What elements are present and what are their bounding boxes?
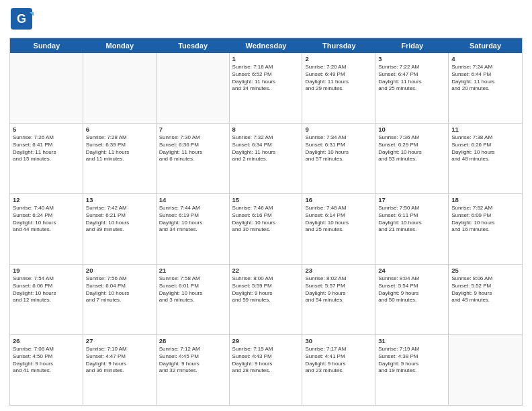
cell-info: Sunrise: 7:22 AM Sunset: 6:47 PM Dayligh… [378, 64, 445, 93]
cell-info: Sunrise: 7:46 AM Sunset: 6:16 PM Dayligh… [232, 205, 300, 234]
cell-info: Sunrise: 7:15 AM Sunset: 4:43 PM Dayligh… [232, 346, 300, 375]
calendar-cell: 3Sunrise: 7:22 AM Sunset: 6:47 PM Daylig… [375, 53, 449, 123]
calendar-cell [83, 53, 157, 123]
day-header: Friday [375, 38, 449, 53]
day-number: 6 [86, 126, 153, 133]
day-number: 8 [232, 126, 300, 133]
cell-info: Sunrise: 7:19 AM Sunset: 4:38 PM Dayligh… [378, 346, 445, 375]
calendar-cell: 7Sunrise: 7:30 AM Sunset: 6:36 PM Daylig… [157, 124, 230, 193]
cell-info: Sunrise: 7:58 AM Sunset: 6:01 PM Dayligh… [159, 275, 226, 304]
day-header: Sunday [10, 38, 83, 53]
cell-info: Sunrise: 8:00 AM Sunset: 5:59 PM Dayligh… [232, 275, 300, 304]
cell-info: Sunrise: 7:52 AM Sunset: 6:09 PM Dayligh… [451, 205, 519, 234]
cell-info: Sunrise: 7:40 AM Sunset: 6:24 PM Dayligh… [13, 205, 80, 234]
cell-info: Sunrise: 8:02 AM Sunset: 5:57 PM Dayligh… [305, 275, 372, 304]
calendar-cell: 20Sunrise: 7:56 AM Sunset: 6:04 PM Dayli… [83, 265, 157, 334]
cell-info: Sunrise: 7:56 AM Sunset: 6:04 PM Dayligh… [86, 275, 153, 304]
calendar-cell: 24Sunrise: 8:04 AM Sunset: 5:54 PM Dayli… [375, 265, 449, 334]
svg-text:G: G [17, 12, 26, 26]
page: G SundayMondayTuesdayWednesdayThursdayFr… [0, 0, 532, 411]
day-number: 27 [86, 337, 153, 345]
cell-info: Sunrise: 7:36 AM Sunset: 6:29 PM Dayligh… [378, 134, 445, 163]
day-header: Tuesday [157, 38, 230, 53]
calendar-cell: 27Sunrise: 7:10 AM Sunset: 4:47 PM Dayli… [83, 335, 157, 405]
calendar-cell: 10Sunrise: 7:36 AM Sunset: 6:29 PM Dayli… [375, 124, 449, 193]
calendar-cell: 9Sunrise: 7:34 AM Sunset: 6:31 PM Daylig… [302, 124, 375, 193]
day-number: 4 [451, 55, 519, 62]
day-number: 10 [378, 126, 445, 133]
calendar-cell: 18Sunrise: 7:52 AM Sunset: 6:09 PM Dayli… [449, 194, 522, 264]
cell-info: Sunrise: 8:06 AM Sunset: 5:52 PM Dayligh… [451, 275, 519, 304]
calendar-cell: 13Sunrise: 7:42 AM Sunset: 6:21 PM Dayli… [83, 194, 157, 264]
cell-info: Sunrise: 7:28 AM Sunset: 6:39 PM Dayligh… [86, 134, 153, 163]
cell-info: Sunrise: 7:20 AM Sunset: 6:49 PM Dayligh… [305, 64, 372, 93]
calendar-cell: 30Sunrise: 7:17 AM Sunset: 4:41 PM Dayli… [302, 335, 375, 405]
day-number: 13 [86, 196, 153, 203]
day-header: Thursday [302, 38, 375, 53]
cell-info: Sunrise: 7:30 AM Sunset: 6:36 PM Dayligh… [159, 134, 226, 163]
calendar-cell [157, 53, 230, 123]
logo-icon: G [9, 7, 34, 31]
calendar-cell: 19Sunrise: 7:54 AM Sunset: 6:06 PM Dayli… [10, 265, 83, 334]
day-number: 26 [13, 337, 80, 345]
day-number: 16 [305, 196, 372, 203]
day-number: 24 [378, 267, 445, 274]
calendar-cell [449, 335, 522, 405]
calendar-cell: 31Sunrise: 7:19 AM Sunset: 4:38 PM Dayli… [375, 335, 449, 405]
calendar-row: 19Sunrise: 7:54 AM Sunset: 6:06 PM Dayli… [10, 265, 522, 335]
cell-info: Sunrise: 7:50 AM Sunset: 6:11 PM Dayligh… [378, 205, 445, 234]
calendar-cell: 8Sunrise: 7:32 AM Sunset: 6:34 PM Daylig… [230, 124, 303, 193]
day-number: 15 [232, 196, 300, 203]
calendar-cell: 29Sunrise: 7:15 AM Sunset: 4:43 PM Dayli… [230, 335, 303, 405]
day-number: 12 [13, 196, 80, 203]
calendar-row: 26Sunrise: 7:08 AM Sunset: 4:50 PM Dayli… [10, 335, 522, 405]
logo: G [9, 7, 36, 34]
calendar-cell: 5Sunrise: 7:26 AM Sunset: 6:41 PM Daylig… [10, 124, 83, 193]
calendar-cell [10, 53, 83, 123]
calendar-row: 5Sunrise: 7:26 AM Sunset: 6:41 PM Daylig… [10, 124, 522, 194]
day-header: Monday [83, 38, 157, 53]
cell-info: Sunrise: 7:32 AM Sunset: 6:34 PM Dayligh… [232, 134, 300, 163]
cell-info: Sunrise: 7:24 AM Sunset: 6:44 PM Dayligh… [451, 64, 519, 93]
day-number: 22 [232, 267, 300, 274]
day-number: 18 [451, 196, 519, 203]
cell-info: Sunrise: 7:48 AM Sunset: 6:14 PM Dayligh… [305, 205, 372, 234]
calendar-body: 1Sunrise: 7:18 AM Sunset: 6:52 PM Daylig… [10, 53, 522, 405]
day-number: 28 [159, 337, 226, 345]
cell-info: Sunrise: 7:54 AM Sunset: 6:06 PM Dayligh… [13, 275, 80, 304]
calendar-cell: 4Sunrise: 7:24 AM Sunset: 6:44 PM Daylig… [449, 53, 522, 123]
day-number: 20 [86, 267, 153, 274]
calendar-cell: 17Sunrise: 7:50 AM Sunset: 6:11 PM Dayli… [375, 194, 449, 264]
cell-info: Sunrise: 7:42 AM Sunset: 6:21 PM Dayligh… [86, 205, 153, 234]
day-number: 7 [159, 126, 226, 133]
day-number: 2 [305, 55, 372, 62]
day-number: 21 [159, 267, 226, 274]
calendar-cell: 21Sunrise: 7:58 AM Sunset: 6:01 PM Dayli… [157, 265, 230, 334]
calendar-cell: 25Sunrise: 8:06 AM Sunset: 5:52 PM Dayli… [449, 265, 522, 334]
cell-info: Sunrise: 7:17 AM Sunset: 4:41 PM Dayligh… [305, 346, 372, 375]
day-number: 1 [232, 55, 300, 62]
calendar-cell: 1Sunrise: 7:18 AM Sunset: 6:52 PM Daylig… [230, 53, 303, 123]
cell-info: Sunrise: 8:04 AM Sunset: 5:54 PM Dayligh… [378, 275, 445, 304]
calendar-cell: 28Sunrise: 7:12 AM Sunset: 4:45 PM Dayli… [157, 335, 230, 405]
cell-info: Sunrise: 7:12 AM Sunset: 4:45 PM Dayligh… [159, 346, 226, 375]
calendar-cell: 23Sunrise: 8:02 AM Sunset: 5:57 PM Dayli… [302, 265, 375, 334]
day-number: 31 [378, 337, 445, 345]
cell-info: Sunrise: 7:10 AM Sunset: 4:47 PM Dayligh… [86, 346, 153, 375]
day-header: Saturday [449, 38, 522, 53]
calendar-cell: 12Sunrise: 7:40 AM Sunset: 6:24 PM Dayli… [10, 194, 83, 264]
cell-info: Sunrise: 7:18 AM Sunset: 6:52 PM Dayligh… [232, 64, 300, 93]
day-number: 25 [451, 267, 519, 274]
calendar-cell: 11Sunrise: 7:38 AM Sunset: 6:26 PM Dayli… [449, 124, 522, 193]
calendar-cell: 2Sunrise: 7:20 AM Sunset: 6:49 PM Daylig… [302, 53, 375, 123]
day-number: 3 [378, 55, 445, 62]
day-number: 23 [305, 267, 372, 274]
day-number: 14 [159, 196, 226, 203]
calendar: SundayMondayTuesdayWednesdayThursdayFrid… [9, 38, 523, 406]
calendar-row: 12Sunrise: 7:40 AM Sunset: 6:24 PM Dayli… [10, 194, 522, 265]
cell-info: Sunrise: 7:08 AM Sunset: 4:50 PM Dayligh… [13, 346, 80, 375]
calendar-cell: 26Sunrise: 7:08 AM Sunset: 4:50 PM Dayli… [10, 335, 83, 405]
day-header: Wednesday [230, 38, 303, 53]
day-number: 17 [378, 196, 445, 203]
calendar-cell: 14Sunrise: 7:44 AM Sunset: 6:19 PM Dayli… [157, 194, 230, 264]
